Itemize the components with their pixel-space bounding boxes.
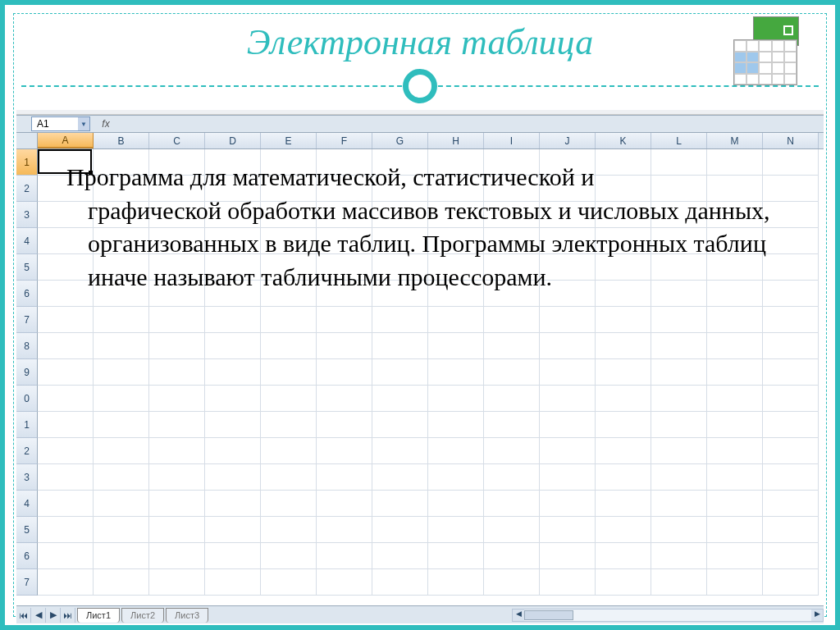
row-header[interactable]: 2 (16, 438, 38, 464)
column-header[interactable]: E (261, 133, 317, 148)
row-header[interactable]: 4 (16, 491, 38, 517)
slide-frame: Электронная таблица A1 ▼ fx A B C D (0, 0, 840, 630)
scroll-thumb[interactable] (524, 610, 573, 620)
scroll-left-icon[interactable]: ◀ (513, 609, 524, 621)
row-header[interactable]: 6 (16, 543, 38, 569)
column-header[interactable]: K (596, 133, 651, 148)
row-header[interactable]: 7 (16, 569, 38, 596)
fx-button[interactable]: fx (97, 116, 115, 131)
row-header[interactable]: 5 (16, 517, 38, 543)
row-header[interactable]: 9 (16, 359, 38, 386)
row-header[interactable]: 7 (16, 307, 38, 333)
sheet-tab[interactable]: Лист3 (166, 608, 208, 623)
sheet-tab[interactable]: Лист1 (77, 608, 120, 623)
row-header[interactable]: 2 (16, 176, 38, 202)
row-header[interactable]: 5 (16, 254, 38, 281)
sheet-tab-bar: ⏮ ◀ ▶ ⏭ Лист1 Лист2 Лист3 ◀ ▶ (16, 605, 824, 623)
tab-nav-prev-icon[interactable]: ◀ (31, 608, 46, 623)
select-all-corner[interactable] (16, 133, 38, 148)
column-header[interactable]: F (317, 133, 372, 148)
tab-nav-first-icon[interactable]: ⏮ (16, 608, 31, 623)
column-header[interactable]: D (205, 133, 261, 148)
row-header[interactable]: 1 (16, 149, 38, 176)
formula-bar: A1 ▼ fx (16, 115, 824, 133)
row-header[interactable]: 3 (16, 464, 38, 491)
column-header[interactable]: H (428, 133, 484, 148)
body-text-rest: графической обработки массивов текстовых… (66, 194, 786, 294)
column-header[interactable]: G (372, 133, 428, 148)
name-box-dropdown-icon[interactable]: ▼ (78, 117, 89, 130)
fx-label: fx (102, 118, 109, 130)
row-header[interactable]: 4 (16, 228, 38, 254)
row-header[interactable]: 8 (16, 333, 38, 359)
column-header[interactable]: J (540, 133, 596, 148)
column-header[interactable]: N (763, 133, 819, 148)
body-text-line1: Программа для математической, статистиче… (66, 163, 594, 190)
row-header[interactable]: 3 (16, 202, 38, 228)
column-header[interactable]: L (651, 133, 707, 148)
name-box[interactable]: A1 ▼ (31, 116, 90, 131)
column-header[interactable]: B (94, 133, 149, 148)
row-header[interactable]: 6 (16, 281, 38, 307)
scroll-right-icon[interactable]: ▶ (811, 609, 823, 621)
circle-decoration (403, 69, 437, 103)
tab-nav-next-icon[interactable]: ▶ (46, 608, 61, 623)
spreadsheet-app-icon (730, 16, 802, 90)
tab-nav-last-icon[interactable]: ⏭ (61, 608, 75, 623)
body-paragraph: Программа для математической, статистиче… (66, 161, 786, 294)
column-header[interactable]: M (707, 133, 763, 148)
sheet-tab[interactable]: Лист2 (121, 608, 164, 623)
column-header[interactable]: A (38, 133, 94, 148)
column-headers: A B C D E F G H I J K L M N (16, 133, 824, 149)
column-header[interactable]: C (149, 133, 205, 148)
row-header[interactable]: 0 (16, 386, 38, 412)
horizontal-scrollbar[interactable]: ◀ ▶ (512, 609, 824, 622)
name-box-value: A1 (37, 118, 49, 130)
column-header[interactable]: I (484, 133, 540, 148)
row-header[interactable]: 1 (16, 412, 38, 438)
